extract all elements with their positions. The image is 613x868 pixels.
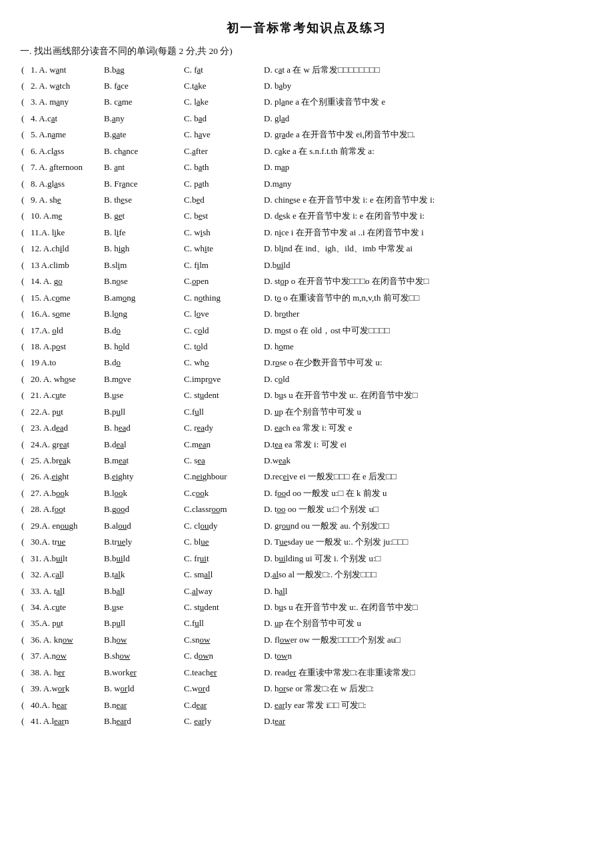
option-a: 28. A.foot	[29, 501, 103, 517]
left-paren: (	[20, 127, 29, 143]
option-b: B.eighty	[103, 469, 183, 485]
option-a: 2. A. watch	[29, 77, 103, 93]
option-b: B.look	[103, 485, 183, 501]
questions-table: ( 1. A. want B.bag C. fat D. cat a 在 w 后…	[20, 61, 593, 729]
left-paren: (	[20, 224, 29, 240]
option-a: 23. A.dead	[29, 420, 103, 436]
option-a: 27. A.book	[29, 485, 103, 501]
left-paren: (	[20, 517, 29, 533]
option-d: D. flower ow 一般发□□□□个别发 au□	[263, 631, 593, 647]
option-a: 18. A.post	[29, 338, 103, 354]
option-b: B. France	[103, 175, 183, 191]
option-b: B.slim	[103, 257, 183, 273]
option-b: B.aloud	[103, 517, 183, 533]
option-a: 34. A.cute	[29, 599, 103, 615]
option-b: B. head	[103, 420, 183, 436]
option-b: B.talk	[103, 567, 183, 583]
option-c: C. small	[183, 567, 263, 583]
option-d: D. blind 在 ind、igh、ild、imb 中常发 ai	[263, 241, 593, 257]
option-b: B.pull	[103, 615, 183, 631]
option-b: B.nose	[103, 273, 183, 289]
option-c: C. fruit	[183, 550, 263, 566]
option-d: D. grade a 在开音节中发 ei,闭音节中发□.	[263, 127, 593, 143]
left-paren: (	[20, 159, 29, 175]
left-paren: (	[20, 110, 29, 126]
option-b: B. hold	[103, 338, 183, 354]
option-c: C. bad	[183, 110, 263, 126]
option-d: D.tear	[263, 713, 593, 729]
section-header: 一. 找出画线部分读音不同的单词(每题 2 分,共 20 分)	[20, 45, 593, 57]
option-b: B.near	[103, 697, 183, 713]
option-b: B.show	[103, 648, 183, 664]
option-c: C. student	[183, 387, 263, 403]
option-c: C. down	[183, 648, 263, 664]
option-a: 15. A.come	[29, 289, 103, 305]
option-a: 37. A.now	[29, 648, 103, 664]
option-b: B.any	[103, 110, 183, 126]
option-c: C. white	[183, 241, 263, 257]
option-d: D.receive ei 一般发□□□ 在 e 后发□□	[263, 469, 593, 485]
option-c: C. have	[183, 127, 263, 143]
option-d: D. building ui 可发 i. 个别发 u:□	[263, 550, 593, 566]
option-d: D. bus u 在开音节中发 u:. 在闭音节中发□	[263, 599, 593, 615]
left-paren: (	[20, 273, 29, 289]
option-d: D. map	[263, 159, 593, 175]
option-a: 35.A. put	[29, 615, 103, 631]
option-c: C.mean	[183, 436, 263, 452]
option-a: 19 A.to	[29, 355, 103, 371]
option-d: D. reader 在重读中常发□:在非重读常发□	[263, 664, 593, 680]
option-c: C. early	[183, 713, 263, 729]
left-paren: (	[20, 631, 29, 647]
option-a: 39. A.work	[29, 681, 103, 697]
option-c: C.open	[183, 273, 263, 289]
option-a: 24.A. great	[29, 436, 103, 452]
option-b: B.meat	[103, 453, 183, 469]
left-paren: (	[20, 387, 29, 403]
page-title: 初一音标常考知识点及练习	[20, 20, 593, 36]
left-paren: (	[20, 371, 29, 387]
option-d: D.build	[263, 257, 593, 273]
option-c: C. film	[183, 257, 263, 273]
left-paren: (	[20, 550, 29, 566]
option-b: B.how	[103, 631, 183, 647]
option-c: C. lake	[183, 94, 263, 110]
option-a: 32. A.call	[29, 567, 103, 583]
option-c: C. cold	[183, 322, 263, 338]
option-d: D. desk e 在开音节中发 i: e 在闭音节中发 i:	[263, 208, 593, 224]
option-a: 14. A. go	[29, 273, 103, 289]
option-a: 33. A. tall	[29, 583, 103, 599]
option-b: B.worker	[103, 664, 183, 680]
option-a: 17.A. old	[29, 322, 103, 338]
option-d: D. early ear 常发 i□□ 可发□:	[263, 697, 593, 713]
option-b: B. high	[103, 241, 183, 257]
left-paren: (	[20, 208, 29, 224]
left-paren: (	[20, 436, 29, 452]
option-b: B. ant	[103, 159, 183, 175]
option-c: C.full	[183, 615, 263, 631]
option-c: C. sea	[183, 453, 263, 469]
left-paren: (	[20, 192, 29, 208]
left-paren: (	[20, 289, 29, 305]
left-paren: (	[20, 534, 29, 550]
option-d: D. baby	[263, 77, 593, 93]
left-paren: (	[20, 338, 29, 354]
option-a: 26. A.eight	[29, 469, 103, 485]
option-c: C.cook	[183, 485, 263, 501]
option-d: D. up 在个别音节中可发 u	[263, 403, 593, 419]
option-b: B.good	[103, 501, 183, 517]
option-d: D. stop o 在开音节中发□□□o 在闭音节中发□	[263, 273, 593, 289]
option-d: D. Tuesday ue 一般发 u:. 个别发 ju:□□□	[263, 534, 593, 550]
option-a: 22.A. put	[29, 403, 103, 419]
option-b: B.long	[103, 306, 183, 322]
option-b: B. came	[103, 94, 183, 110]
option-a: 3. A. many	[29, 94, 103, 110]
option-c: C. bath	[183, 159, 263, 175]
option-c: C. fat	[183, 61, 263, 77]
option-d: D. plane a 在个别重读音节中发 e	[263, 94, 593, 110]
option-b: B. get	[103, 208, 183, 224]
left-paren: (	[20, 648, 29, 664]
option-c: C.improve	[183, 371, 263, 387]
option-a: 41. A.learn	[29, 713, 103, 729]
option-d: D. brother	[263, 306, 593, 322]
option-a: 40.A. hear	[29, 697, 103, 713]
